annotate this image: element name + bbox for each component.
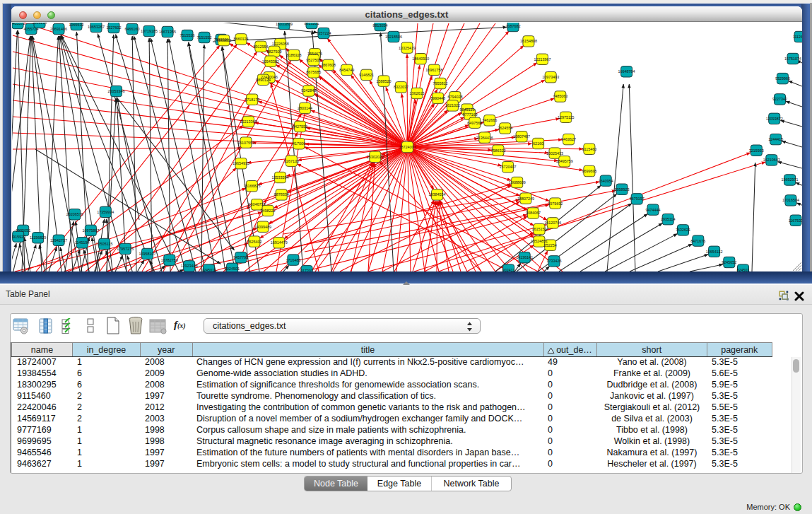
svg-text:2718176: 2718176	[245, 98, 259, 102]
svg-text:7515526: 7515526	[180, 33, 195, 37]
svg-text:9845123: 9845123	[460, 107, 475, 112]
svg-text:17016504: 17016504	[782, 198, 799, 202]
svg-text:2867608: 2867608	[321, 63, 336, 67]
svg-text:10973493: 10973493	[542, 75, 559, 79]
svg-text:9115460: 9115460	[582, 147, 597, 151]
svg-text:9146821: 9146821	[359, 73, 374, 77]
svg-text:16033809: 16033809	[276, 23, 293, 26]
svg-text:7632621: 7632621	[676, 228, 690, 232]
svg-text:62160: 62160	[533, 141, 543, 146]
svg-text:1588520: 1588520	[377, 79, 392, 83]
svg-text:1112401: 1112401	[793, 35, 802, 39]
svg-text:12093872: 12093872	[766, 117, 783, 121]
svg-text:12923448: 12923448	[181, 264, 198, 268]
svg-text:2087682: 2087682	[506, 24, 521, 28]
svg-text:10654112: 10654112	[706, 250, 723, 254]
svg-text:252254: 252254	[544, 243, 557, 247]
svg-text:1065532: 1065532	[69, 23, 84, 27]
svg-text:9474444: 9474444	[646, 208, 661, 212]
svg-text:9890124: 9890124	[256, 78, 271, 82]
svg-text:15692971: 15692971	[782, 177, 799, 182]
svg-text:19384554: 19384554	[429, 192, 446, 197]
svg-text:1244415: 1244415	[768, 137, 783, 141]
svg-text:2935114: 2935114	[661, 217, 676, 221]
svg-text:16120746: 16120746	[544, 221, 561, 225]
svg-text:9527508: 9527508	[306, 58, 321, 62]
svg-text:6679197: 6679197	[630, 197, 645, 201]
svg-text:16914479: 16914479	[271, 240, 288, 245]
svg-text:8454749: 8454749	[339, 68, 354, 72]
svg-text:10653267: 10653267	[88, 25, 105, 29]
svg-text:1621022: 1621022	[445, 103, 460, 107]
svg-text:1733426: 1733426	[547, 259, 562, 263]
svg-text:18724007: 18724007	[399, 145, 416, 149]
svg-text:20053346: 20053346	[108, 89, 125, 93]
svg-text:6794028: 6794028	[447, 95, 462, 99]
svg-text:7625402: 7625402	[247, 240, 261, 244]
svg-text:1405572: 1405572	[12, 23, 25, 25]
svg-text:10025433: 10025433	[546, 151, 563, 156]
svg-text:19218506: 19218506	[385, 35, 402, 39]
svg-text:8912954: 8912954	[253, 45, 268, 49]
svg-text:8322037: 8322037	[394, 85, 408, 89]
svg-text:16671355: 16671355	[159, 30, 176, 34]
svg-text:14099489: 14099489	[254, 225, 271, 229]
svg-text:15720407: 15720407	[500, 165, 517, 169]
svg-text:1167533: 1167533	[789, 218, 802, 223]
svg-text:16154808: 16154808	[520, 39, 537, 43]
svg-text:10543382: 10543382	[262, 59, 279, 64]
svg-text:25302023: 25302023	[367, 155, 384, 159]
svg-text:14136141: 14136141	[516, 255, 533, 259]
svg-text:13226058: 13226058	[272, 42, 289, 46]
svg-text:16210643: 16210643	[763, 158, 780, 162]
svg-text:2803144: 2803144	[298, 106, 312, 110]
svg-text:12505115: 12505115	[96, 242, 113, 246]
svg-text:3267130: 3267130	[284, 159, 299, 163]
svg-text:17957275: 17957275	[117, 247, 134, 251]
svg-text:1716485: 1716485	[286, 258, 300, 262]
svg-text:8990448: 8990448	[430, 96, 445, 100]
svg-text:3215953: 3215953	[749, 148, 764, 153]
svg-text:10807487: 10807487	[513, 134, 530, 139]
svg-text:15751074: 15751074	[784, 57, 801, 61]
svg-text:8186328: 8186328	[286, 53, 301, 57]
svg-text:1554676: 1554676	[307, 52, 322, 56]
svg-text:8813201: 8813201	[305, 23, 319, 25]
svg-text:16107553: 16107553	[237, 141, 254, 145]
svg-text:15166825: 15166825	[243, 184, 260, 188]
svg-text:16782759: 16782759	[161, 258, 178, 262]
svg-text:16648784: 16648784	[618, 69, 635, 74]
svg-text:12975115: 12975115	[558, 115, 575, 119]
svg-text:6466160: 6466160	[125, 27, 140, 31]
svg-text:8878334: 8878334	[274, 192, 289, 197]
svg-text:13533594: 13533594	[272, 175, 289, 180]
svg-text:1975692: 1975692	[548, 201, 563, 206]
svg-text:13325419: 13325419	[399, 46, 416, 50]
svg-text:7462666: 7462666	[482, 118, 497, 122]
svg-text:1615152: 1615152	[532, 227, 547, 231]
svg-text:1935051: 1935051	[16, 228, 30, 233]
svg-text:10719185: 10719185	[141, 29, 158, 33]
svg-text:17359934: 17359934	[97, 210, 114, 214]
svg-text:7986322: 7986322	[490, 148, 505, 153]
svg-text:8471676: 8471676	[690, 239, 705, 243]
svg-text:8958923: 8958923	[615, 187, 630, 192]
svg-text:7955812: 7955812	[433, 81, 448, 86]
svg-text:10688609: 10688609	[509, 180, 526, 185]
svg-text:16046738: 16046738	[248, 202, 265, 206]
svg-text:9227342: 9227342	[772, 97, 787, 101]
svg-text:7151552: 7151552	[197, 35, 212, 40]
svg-text:9084067: 9084067	[526, 211, 541, 215]
svg-text:1145194: 1145194	[75, 240, 90, 245]
svg-text:3624554: 3624554	[498, 126, 512, 130]
svg-text:9699695: 9699695	[582, 169, 596, 173]
svg-text:4055724: 4055724	[24, 27, 39, 31]
svg-text:20206576: 20206576	[66, 212, 83, 216]
svg-text:10958107: 10958107	[139, 252, 156, 256]
svg-text:18640910: 18640910	[412, 57, 429, 61]
svg-text:1640954: 1640954	[599, 179, 613, 183]
svg-text:12942737: 12942737	[50, 238, 67, 243]
svg-text:19654935: 19654935	[233, 161, 249, 165]
svg-text:7563822: 7563822	[216, 38, 231, 42]
svg-text:7485063: 7485063	[553, 94, 567, 98]
